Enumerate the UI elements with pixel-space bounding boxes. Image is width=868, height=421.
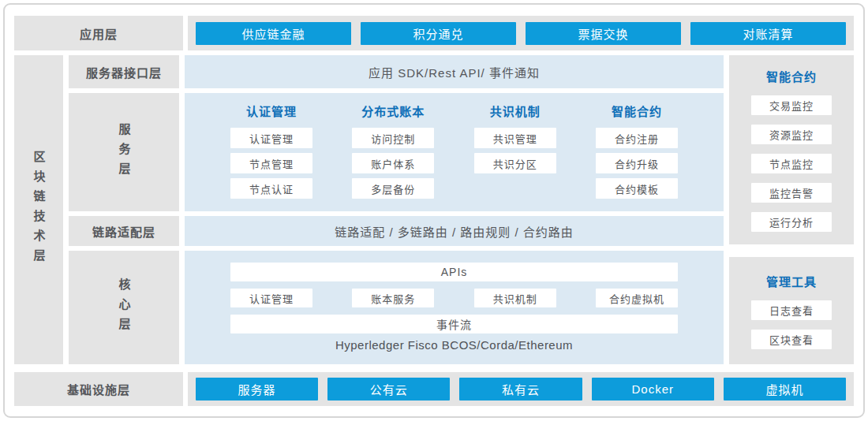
core-layer-label: 核心层 — [69, 251, 179, 364]
main-content-column: 应用 SDK/Rest API/ 事件通知 认证管理 认证管理 节点管理 节点认… — [185, 55, 724, 364]
consensus-mechanism-group: 共识机制 共识管理 共识分区 — [472, 104, 559, 211]
blockchain-platforms-text: Hyperledger Fisco BCOS/Corda/Ethereum — [230, 333, 678, 356]
transaction-monitor-chip: 交易监控 — [751, 95, 832, 115]
right-side-column: 智能合约 交易监控 资源监控 节点监控 监控告警 运行分析 管理工具 日志查看 … — [729, 55, 854, 364]
node-management-chip: 节点管理 — [230, 153, 312, 173]
consensus-partition-chip: 共识分区 — [474, 153, 556, 173]
account-system-chip: 账户体系 — [352, 153, 434, 173]
service-layer-panel: 认证管理 认证管理 节点管理 节点认证 分布式账本 访问控制 账户体系 多层备份… — [185, 93, 724, 211]
server-button: 服务器 — [196, 378, 318, 401]
infrastructure-layer-row: 基础设施层 服务器 公有云 私有云 Docker 虚拟机 — [14, 372, 854, 406]
contract-vm-chip: 合约虚拟机 — [596, 289, 678, 307]
monitor-alert-chip: 监控告警 — [751, 183, 832, 203]
log-view-chip: 日志查看 — [751, 300, 832, 320]
application-buttons-strip: 供应链金融 积分通兑 票据交换 对账清算 — [188, 16, 854, 50]
smart-contract-group: 智能合约 合约注册 合约升级 合约模板 — [593, 104, 680, 211]
contract-upgrade-chip: 合约升级 — [596, 153, 678, 173]
block-view-chip: 区块查看 — [751, 330, 832, 349]
blockchain-tech-layer-label: 区块链技术层 — [31, 151, 47, 269]
resource-monitor-chip: 资源监控 — [751, 125, 832, 144]
server-interface-layer-label: 服务器接口层 — [69, 55, 179, 88]
auth-management-group-title: 认证管理 — [246, 104, 297, 120]
application-layer-label: 应用层 — [14, 16, 183, 50]
application-layer-row: 应用层 供应链金融 积分通兑 票据交换 对账清算 — [14, 16, 854, 50]
middle-block: 区块链技术层 服务器接口层 服务层 链路适配层 核心层 应用 SDK/Rest … — [14, 55, 854, 364]
core-auth-management-chip: 认证管理 — [230, 289, 312, 307]
service-layer-label: 服务层 — [69, 93, 179, 211]
docker-button: Docker — [592, 378, 714, 401]
distributed-ledger-group: 分布式账本 访问控制 账户体系 多层备份 — [350, 104, 436, 211]
vm-button: 虚拟机 — [724, 378, 846, 401]
operation-analysis-chip: 运行分析 — [751, 212, 832, 232]
ledger-service-chip: 账本服务 — [352, 289, 434, 307]
core-layer-panel: APIs 认证管理 账本服务 共识机制 合约虚拟机 事件流 Hyperledge… — [185, 251, 724, 364]
event-stream-bar: 事件流 — [230, 315, 678, 333]
infrastructure-layer-label: 基础设施层 — [14, 372, 183, 406]
private-cloud-button: 私有云 — [459, 378, 582, 401]
access-control-chip: 访问控制 — [352, 128, 434, 148]
infrastructure-buttons-strip: 服务器 公有云 私有云 Docker 虚拟机 — [188, 372, 854, 406]
distributed-ledger-group-title: 分布式账本 — [361, 104, 425, 120]
management-tools-panel: 管理工具 日志查看 区块查看 — [729, 257, 854, 364]
monitor-panel: 智能合约 交易监控 资源监控 节点监控 监控告警 运行分析 — [729, 55, 854, 244]
contract-register-chip: 合约注册 — [596, 128, 678, 148]
sdk-api-bar: 应用 SDK/Rest API/ 事件通知 — [185, 55, 724, 88]
multilayer-backup-chip: 多层备份 — [352, 178, 434, 199]
auth-management-group: 认证管理 认证管理 节点管理 节点认证 — [228, 104, 315, 211]
consensus-mechanism-group-title: 共识机制 — [490, 104, 541, 120]
service-layer-label-text: 服务层 — [116, 123, 133, 182]
core-layer-label-text: 核心层 — [116, 278, 133, 337]
smart-contract-group-title: 智能合约 — [612, 104, 662, 120]
blockchain-architecture-diagram: 应用层 供应链金融 积分通兑 票据交换 对账清算 区块链技术层 服务器接口层 服… — [14, 16, 854, 406]
link-adaptation-layer-label: 链路适配层 — [69, 216, 179, 246]
apis-bar: APIs — [230, 263, 678, 281]
points-exchange-button: 积分通兑 — [361, 22, 516, 45]
supply-chain-finance-button: 供应链金融 — [196, 22, 351, 45]
blockchain-tech-layer-strip: 区块链技术层 — [14, 55, 63, 364]
reconciliation-clearing-button: 对账清算 — [690, 22, 846, 45]
monitor-panel-title: 智能合约 — [766, 68, 817, 84]
management-tools-title: 管理工具 — [766, 273, 817, 289]
core-modules-row: 认证管理 账本服务 共识机制 合约虚拟机 — [230, 289, 678, 307]
bill-exchange-button: 票据交换 — [526, 22, 681, 45]
sublayer-labels-column: 服务器接口层 服务层 链路适配层 核心层 — [69, 55, 179, 364]
node-monitor-chip: 节点监控 — [751, 154, 832, 173]
consensus-management-chip: 共识管理 — [474, 128, 556, 148]
node-auth-chip: 节点认证 — [230, 178, 312, 199]
core-consensus-chip: 共识机制 — [474, 289, 556, 307]
link-adaptation-bar: 链路适配 / 多链路由 / 路由规则 / 合约路由 — [185, 216, 724, 246]
auth-management-chip: 认证管理 — [230, 128, 312, 148]
contract-template-chip: 合约模板 — [596, 178, 678, 199]
public-cloud-button: 公有云 — [327, 378, 450, 401]
